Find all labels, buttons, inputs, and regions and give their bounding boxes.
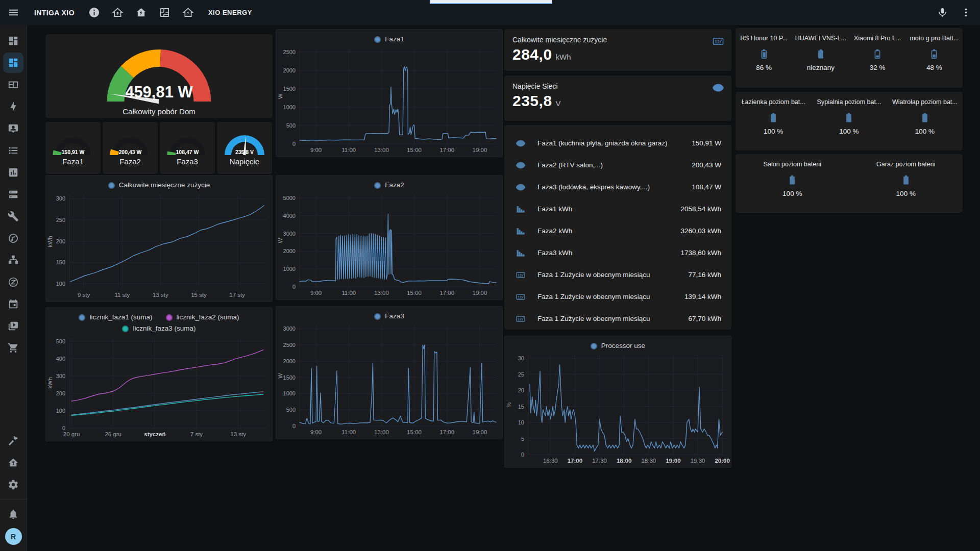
sidebar-item-tools[interactable] (3, 206, 23, 227)
battery-name: Xiaomi 8 Pro L... (854, 35, 901, 42)
legend-entry[interactable]: Processor use (591, 341, 645, 351)
sidebar-item-persons[interactable] (3, 118, 23, 139)
user-avatar[interactable]: R (5, 528, 22, 545)
menu-kebab-button[interactable] (955, 3, 976, 23)
mini-gauge-arc: 235,8 V (217, 126, 272, 157)
legend-entry[interactable]: licznik_faza2 (suma) (166, 312, 239, 322)
legend-entry[interactable]: Faza2 (374, 180, 404, 190)
mini-gauge-card-napięcie[interactable]: 235,8 VNapięcie (217, 122, 272, 174)
battery-item[interactable]: moto g pro Batt...48 % (906, 35, 963, 71)
tab-home-arrow[interactable] (106, 0, 130, 25)
home-lightning-icon (135, 7, 147, 18)
tab-home-energy[interactable] (130, 0, 153, 25)
total-power-gauge: 459,81 W (45, 38, 273, 106)
stat-title: Całkowite miesięczne zużycie (512, 36, 723, 44)
sidebar-item-settings[interactable] (3, 474, 23, 495)
tab-xio-energy[interactable]: XIO ENERGY (200, 0, 260, 25)
svg-text:17:00: 17:00 (568, 458, 582, 464)
entity-row[interactable]: Faza2 kWh3260,03 kWh (504, 220, 731, 242)
svg-text:11:00: 11:00 (341, 147, 356, 153)
chart-svg: 0100020003000400050009:0011:0013:0015:00… (276, 190, 502, 298)
sidebar-item-dashboard-1[interactable] (3, 31, 23, 51)
entity-row[interactable]: 12Faza 1 Zużycie w obecnym miesiącu139,1… (504, 286, 731, 308)
sidebar-item-dashboard-variant[interactable] (3, 74, 23, 95)
svg-text:1500: 1500 (283, 374, 296, 381)
tab-home-energy-outline[interactable] (177, 0, 200, 25)
sidebar-item-history[interactable] (3, 162, 23, 183)
tab-floorplan[interactable] (153, 0, 177, 25)
battery-item[interactable]: Salon poziom baterii100 % (736, 161, 849, 197)
battery-item[interactable]: RS Honor 10 P...86 % (736, 35, 792, 71)
entity-name: Faza3 kWh (537, 249, 572, 257)
sidebar-item-server[interactable] (3, 184, 23, 205)
legend-entry[interactable]: Całkowite miesięczne zużycie (108, 180, 210, 190)
sidebar-item-energy[interactable] (3, 96, 23, 117)
panel-phase-counters: licznik_faza1 (suma)licznik_faza2 (suma)… (45, 307, 273, 441)
entity-row[interactable]: Faza1 kWh2058,54 kWh (504, 198, 731, 220)
sidebar-item-shopping-cart[interactable] (3, 338, 23, 358)
entity-row[interactable]: Faza1 (kuchnia płyta, gniazda okna garaż… (504, 132, 731, 154)
entity-row[interactable]: 12Faza 1 Zużycie w obecnym miesiącu77,16… (504, 264, 731, 286)
stat-card-grid-voltage[interactable]: Napięcie Sieci 235,8V (504, 76, 731, 121)
svg-text:3000: 3000 (283, 325, 296, 332)
svg-text:9:00: 9:00 (310, 147, 322, 153)
battery-item[interactable]: HUAWEI VNS-L...nieznany (792, 35, 849, 71)
battery-item[interactable]: Łazienka poziom bat...100 % (736, 98, 811, 135)
microphone-button[interactable] (932, 3, 952, 23)
sidebar-item-todo-list[interactable] (3, 140, 23, 161)
entity-row[interactable]: 12Faza 1 Zużycie w obecnym miesiącu67,70… (504, 308, 731, 330)
info-circle-icon (88, 7, 100, 18)
battery-item[interactable]: Garaż poziom baterii100 % (849, 161, 963, 197)
entity-row[interactable]: Faza2 (RTV salon,...)200,43 W (504, 154, 731, 176)
battery-item[interactable]: Wiatrołap poziom bat...100 % (887, 98, 963, 135)
gauge-label: Całkowity pobór Dom (45, 107, 273, 116)
sidebar-item-calendar[interactable] (3, 294, 23, 314)
sidebar-item-dashboard-2[interactable] (3, 53, 23, 73)
svg-text:459,81 W: 459,81 W (125, 83, 193, 101)
legend-entry[interactable]: licznik_faza3 (suma) (122, 323, 195, 334)
panel-faza1: Faza1050010001500200025009:0011:0013:001… (276, 29, 503, 157)
chart-legend: Całkowite miesięczne zużycie (46, 176, 272, 190)
entities-card: Faza1 (kuchnia płyta, gniazda okna garaż… (504, 125, 731, 330)
sidebar-item-developer-tools[interactable] (3, 431, 23, 451)
svg-text:15:00: 15:00 (407, 290, 422, 296)
chart-svg: 010020030040050020 gru26 grustyczeń7 sty… (46, 334, 272, 439)
svg-text:styczeń: styczeń (144, 431, 165, 437)
svg-text:250: 250 (56, 217, 65, 223)
mini-gauge-card-faza3[interactable]: 108,47 WFaza3 (160, 122, 215, 174)
lightning-bolt-icon (8, 101, 19, 112)
sidebar-item-integrations[interactable] (3, 250, 23, 270)
mini-gauge-card-faza2[interactable]: 200,43 WFaza2 (103, 122, 158, 174)
menu-button[interactable] (0, 0, 27, 25)
svg-text:19:00: 19:00 (473, 429, 487, 435)
entity-row[interactable]: Faza3 kWh1738,60 kWh (504, 242, 731, 264)
home-config-icon (8, 457, 19, 468)
sidebar-item-zigbee[interactable] (3, 272, 23, 292)
mini-gauge-card-faza1[interactable]: 150,91 WFaza1 (45, 122, 101, 174)
legend-entry[interactable]: Faza1 (374, 34, 404, 44)
sidebar-item-home-config[interactable] (3, 453, 23, 473)
battery-item[interactable]: Xiaomi 8 Pro L...32 % (849, 35, 906, 71)
sidebar-item-notifications[interactable] (3, 504, 23, 524)
gauge-arc: 459,81 W (45, 38, 273, 106)
sidebar-item-media-library[interactable] (3, 316, 23, 336)
battery-item[interactable]: Sypialnia poziom bat...100 % (811, 98, 887, 135)
legend-entry[interactable]: licznik_faza1 (suma) (79, 312, 152, 322)
svg-text:13:00: 13:00 (374, 290, 389, 296)
legend-entry[interactable]: Faza3 (374, 311, 404, 321)
panel-processor-use: Processor use05101520253016:3017:0017:30… (504, 336, 731, 468)
battery-icon (899, 173, 913, 186)
svg-text:11 sty: 11 sty (114, 292, 130, 298)
svg-text:20: 20 (518, 387, 524, 393)
stat-card-monthly-consumption[interactable]: Całkowite miesięczne zużycie 284,0kWh 12 (504, 29, 731, 71)
battery-value: 86 % (756, 64, 772, 71)
entity-value: 3260,03 kWh (675, 227, 721, 235)
total-power-gauge-card[interactable]: 459,81 W Całkowity pobór Dom (45, 34, 273, 118)
battery-name: Garaż poziom baterii (876, 161, 935, 168)
tab-info[interactable] (83, 0, 106, 25)
sidebar-item-media[interactable] (3, 228, 23, 248)
entity-row[interactable]: Faza3 (lodówka, ekspres kawowy,...)108,4… (504, 176, 731, 198)
svg-text:400: 400 (56, 356, 65, 362)
svg-text:26 gru: 26 gru (105, 431, 121, 437)
chart-plot-area: 1001502002503009 sty11 sty13 sty15 sty17… (46, 190, 272, 300)
